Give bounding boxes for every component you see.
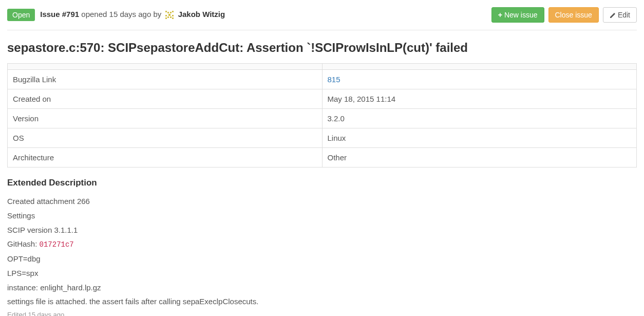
desc-line: OPT=dbg (7, 252, 637, 266)
issue-number: Issue #791 (40, 10, 79, 18)
extended-description-heading: Extended Description (7, 178, 637, 188)
detail-value: Other (322, 148, 637, 168)
issue-meta: Issue #791 opened 15 days ago by Jakob W… (40, 10, 225, 20)
table-row: Created on May 18, 2015 11:14 (8, 89, 637, 109)
detail-label: OS (8, 128, 323, 148)
status-badge: Open (7, 9, 35, 21)
desc-line: GitHash: 017271c7 (7, 237, 637, 252)
details-table: Bugzilla Link 815 Created on May 18, 201… (7, 63, 637, 168)
svg-rect-8 (167, 16, 169, 18)
edited-note: Edited 15 days ago (7, 311, 637, 316)
detail-label: Version (8, 109, 323, 128)
header-left: Open Issue #791 opened 15 days ago by (7, 9, 225, 21)
issue-header: Open Issue #791 opened 15 days ago by (7, 7, 637, 30)
description-body: Created attachment 266 Settings SCIP ver… (7, 194, 637, 309)
svg-rect-10 (165, 17, 167, 19)
close-issue-label: Close issue (555, 11, 592, 19)
edit-icon (610, 12, 616, 18)
desc-line: Settings (7, 209, 637, 223)
new-issue-button[interactable]: New issue (491, 7, 544, 23)
th-empty-left (8, 64, 323, 70)
header-actions: New issue Close issue Edit (491, 7, 637, 23)
svg-rect-11 (172, 17, 174, 19)
desc-line: LPS=spx (7, 266, 637, 281)
detail-label: Bugzilla Link (8, 70, 323, 89)
detail-label: Architecture (8, 148, 323, 168)
th-empty-right (322, 64, 637, 70)
issue-title: sepastore.c:570: SCIPsepastoreAddCut: As… (7, 41, 637, 55)
svg-rect-6 (165, 15, 167, 16)
detail-value: May 18, 2015 11:14 (322, 89, 637, 109)
table-row: Architecture Other (8, 148, 637, 168)
detail-value: Linux (322, 128, 637, 148)
githash-prefix: GitHash: (7, 239, 40, 248)
author-name[interactable]: Jakob Witzig (178, 10, 225, 18)
plus-icon (498, 11, 502, 19)
table-row: Version 3.2.0 (8, 109, 637, 128)
desc-line: SCIP version 3.1.1.1 (7, 223, 637, 237)
opened-text: opened 15 days ago by (79, 10, 163, 18)
table-row: OS Linux (8, 128, 637, 148)
svg-rect-3 (167, 12, 169, 13)
desc-line: settings file is attached. the assert fa… (7, 294, 637, 309)
svg-rect-5 (168, 14, 171, 16)
edit-button[interactable]: Edit (603, 7, 637, 23)
detail-value: 3.2.0 (322, 109, 637, 128)
desc-line: instance: enlight_hard.lp.gz (7, 281, 637, 295)
table-row: Bugzilla Link 815 (8, 70, 637, 89)
svg-rect-1 (165, 11, 167, 12)
desc-line: Created attachment 266 (7, 194, 637, 209)
svg-rect-7 (172, 15, 174, 16)
svg-rect-9 (170, 16, 172, 18)
edit-label: Edit (618, 11, 630, 19)
new-issue-label: New issue (504, 11, 538, 19)
svg-rect-4 (170, 12, 172, 13)
detail-label: Created on (8, 89, 323, 109)
svg-rect-2 (172, 11, 174, 12)
close-issue-button[interactable]: Close issue (548, 7, 599, 23)
avatar[interactable] (164, 10, 175, 20)
detail-value: 815 (322, 70, 637, 89)
githash-code[interactable]: 017271c7 (40, 240, 74, 249)
bugzilla-link[interactable]: 815 (328, 75, 340, 84)
